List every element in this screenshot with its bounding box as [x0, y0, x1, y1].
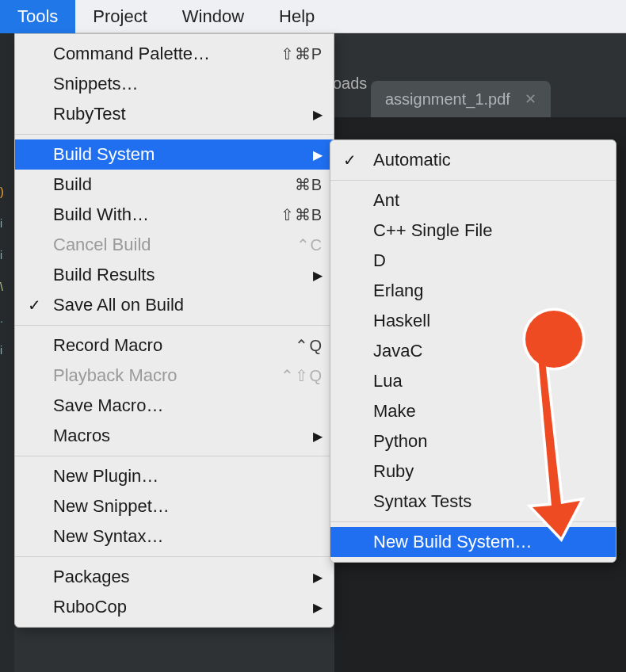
- menu-item-new-plugin[interactable]: New Plugin…: [15, 461, 334, 491]
- menu-item-shortcut: ⌃⇧Q: [281, 366, 323, 385]
- menu-separator: [15, 556, 334, 557]
- menu-item-cancel-build: Cancel Build ⌃C: [15, 230, 334, 260]
- menu-item-new-snippet[interactable]: New Snippet…: [15, 491, 334, 521]
- menu-item-label: C++ Single File: [373, 220, 605, 241]
- submenu-item-syntax-tests[interactable]: Syntax Tests: [330, 487, 616, 517]
- menu-item-label: Command Palette…: [53, 44, 281, 64]
- menu-item-build-system[interactable]: Build System ▶: [15, 139, 334, 170]
- menu-item-label: Macros: [53, 426, 305, 446]
- editor-gutter: ) i i \ . i: [0, 33, 14, 672]
- menu-tools[interactable]: Tools: [0, 0, 75, 33]
- menu-item-shortcut: ⌘B: [295, 175, 323, 194]
- menu-item-label: New Snippet…: [53, 496, 323, 517]
- submenu-item-lua[interactable]: Lua: [330, 366, 616, 396]
- menu-item-build[interactable]: Build ⌘B: [15, 170, 334, 200]
- menu-item-label: Automatic: [373, 150, 605, 170]
- menubar: Tools Project Window Help: [0, 0, 626, 33]
- menu-item-label: Ruby: [373, 461, 605, 482]
- build-system-submenu: ✓ Automatic Ant C++ Single File D Erlang…: [330, 139, 616, 563]
- check-icon: ✓: [28, 296, 41, 315]
- menu-item-label: Snippets…: [53, 74, 323, 94]
- menu-separator: [15, 456, 334, 456]
- chevron-right-icon: ▶: [313, 107, 323, 122]
- menu-item-shortcut: ⇧⌘B: [281, 205, 323, 224]
- menu-separator: [15, 134, 334, 135]
- menu-item-label: New Plugin…: [53, 466, 323, 487]
- close-icon[interactable]: ✕: [525, 90, 536, 108]
- menu-item-label: Ant: [373, 190, 605, 211]
- submenu-item-haskell[interactable]: Haskell: [330, 306, 616, 336]
- menu-help[interactable]: Help: [261, 0, 332, 33]
- submenu-item-cpp[interactable]: C++ Single File: [330, 216, 616, 246]
- menu-item-shortcut: ⇧⌘P: [281, 44, 323, 63]
- menu-separator: [330, 180, 616, 181]
- menu-item-label: Save All on Build: [53, 295, 323, 315]
- tab-label: assignment_1.pdf: [385, 90, 510, 109]
- chevron-right-icon: ▶: [313, 147, 323, 162]
- menu-item-label: Record Macro: [53, 335, 295, 356]
- chevron-right-icon: ▶: [313, 600, 323, 615]
- menu-item-label: Build: [53, 174, 295, 195]
- submenu-item-ant[interactable]: Ant: [330, 185, 616, 216]
- menu-item-label: Lua: [373, 371, 605, 391]
- menu-item-label: New Build System…: [373, 532, 605, 552]
- submenu-item-new-build-system[interactable]: New Build System…: [330, 527, 616, 557]
- menu-item-label: New Syntax…: [53, 526, 323, 547]
- menu-item-label: Save Macro…: [53, 395, 323, 416]
- menu-item-label: Haskell: [373, 311, 605, 331]
- submenu-item-d[interactable]: D: [330, 246, 616, 276]
- menu-item-label: RuboCop: [53, 597, 305, 617]
- menu-item-label: Build With…: [53, 204, 281, 225]
- menu-item-snippets[interactable]: Snippets…: [15, 69, 334, 99]
- menu-item-label: Playback Macro: [53, 365, 281, 386]
- menu-item-new-syntax[interactable]: New Syntax…: [15, 521, 334, 552]
- menu-project[interactable]: Project: [75, 0, 164, 33]
- menu-item-build-with[interactable]: Build With… ⇧⌘B: [15, 200, 334, 230]
- menu-separator: [15, 325, 334, 326]
- menu-item-playback-macro: Playback Macro ⌃⇧Q: [15, 361, 334, 391]
- menu-item-label: Syntax Tests: [373, 491, 605, 512]
- submenu-item-ruby[interactable]: Ruby: [330, 456, 616, 487]
- menu-item-label: Packages: [53, 567, 305, 587]
- editor-tab[interactable]: assignment_1.pdf ✕: [371, 81, 551, 117]
- menu-item-label: Make: [373, 401, 605, 422]
- menu-item-label: D: [373, 250, 605, 271]
- menu-item-rubytest[interactable]: RubyTest ▶: [15, 99, 334, 129]
- chevron-right-icon: ▶: [313, 429, 323, 444]
- menu-item-shortcut: ⌃Q: [295, 336, 323, 355]
- menu-item-label: Build Results: [53, 265, 305, 285]
- check-icon: ✓: [343, 151, 357, 170]
- menu-item-label: Erlang: [373, 281, 605, 301]
- menu-item-shortcut: ⌃C: [296, 235, 323, 254]
- menu-item-macros[interactable]: Macros ▶: [15, 421, 334, 451]
- breadcrumb-fragment: oads: [333, 74, 367, 93]
- menu-item-save-macro[interactable]: Save Macro…: [15, 391, 334, 421]
- chevron-right-icon: ▶: [313, 268, 323, 283]
- menu-item-label: Python: [373, 431, 605, 452]
- chevron-right-icon: ▶: [313, 570, 323, 585]
- menu-window[interactable]: Window: [165, 0, 261, 33]
- submenu-item-make[interactable]: Make: [330, 396, 616, 426]
- submenu-item-erlang[interactable]: Erlang: [330, 276, 616, 306]
- menu-item-rubocop[interactable]: RuboCop ▶: [15, 592, 334, 622]
- menu-item-label: Build System: [53, 144, 305, 165]
- menu-item-label: JavaC: [373, 341, 605, 361]
- menu-item-packages[interactable]: Packages ▶: [15, 562, 334, 592]
- submenu-item-automatic[interactable]: ✓ Automatic: [330, 145, 616, 175]
- menu-item-save-all-on-build[interactable]: ✓ Save All on Build: [15, 290, 334, 320]
- menu-separator: [330, 521, 616, 522]
- menu-item-record-macro[interactable]: Record Macro ⌃Q: [15, 330, 334, 361]
- menu-item-label: Cancel Build: [53, 235, 296, 255]
- submenu-item-javac[interactable]: JavaC: [330, 336, 616, 366]
- tools-dropdown: Command Palette… ⇧⌘P Snippets… RubyTest …: [14, 33, 334, 628]
- menu-item-label: RubyTest: [53, 104, 305, 124]
- submenu-item-python[interactable]: Python: [330, 426, 616, 456]
- menu-item-command-palette[interactable]: Command Palette… ⇧⌘P: [15, 39, 334, 69]
- menu-item-build-results[interactable]: Build Results ▶: [15, 260, 334, 290]
